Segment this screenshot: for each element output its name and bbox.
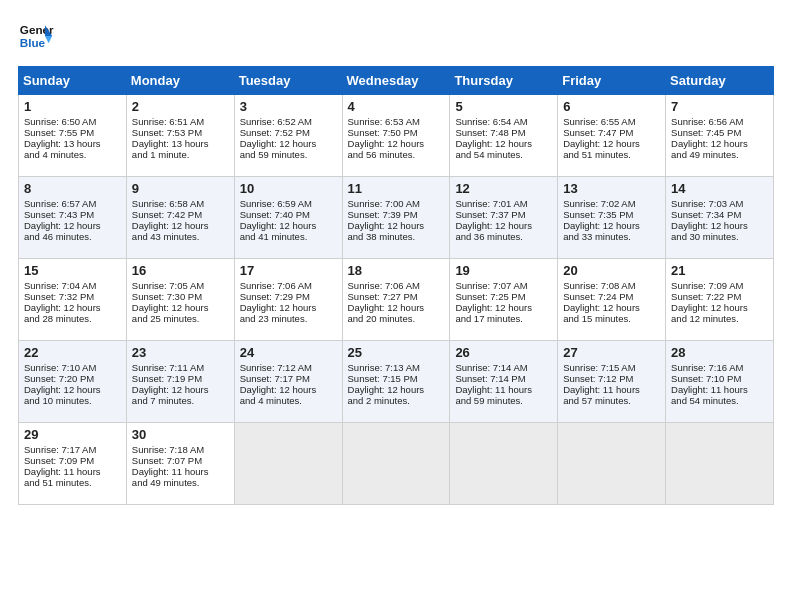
svg-marker-3	[45, 36, 52, 43]
day-info-line: and 25 minutes.	[132, 313, 229, 324]
day-number: 2	[132, 99, 229, 114]
day-info-line: Sunrise: 7:08 AM	[563, 280, 660, 291]
day-info-line: and 46 minutes.	[24, 231, 121, 242]
calendar-cell: 15Sunrise: 7:04 AMSunset: 7:32 PMDayligh…	[19, 259, 127, 341]
day-info-line: Sunrise: 7:04 AM	[24, 280, 121, 291]
calendar-cell: 22Sunrise: 7:10 AMSunset: 7:20 PMDayligh…	[19, 341, 127, 423]
day-info-line: Daylight: 12 hours	[563, 302, 660, 313]
day-info-line: and 54 minutes.	[671, 395, 768, 406]
day-info-line: and 28 minutes.	[24, 313, 121, 324]
day-info-line: Sunrise: 6:51 AM	[132, 116, 229, 127]
day-info-line: Sunset: 7:22 PM	[671, 291, 768, 302]
calendar-cell: 6Sunrise: 6:55 AMSunset: 7:47 PMDaylight…	[558, 95, 666, 177]
day-info-line: Daylight: 12 hours	[671, 138, 768, 149]
calendar-cell: 9Sunrise: 6:58 AMSunset: 7:42 PMDaylight…	[126, 177, 234, 259]
day-number: 20	[563, 263, 660, 278]
calendar-cell: 1Sunrise: 6:50 AMSunset: 7:55 PMDaylight…	[19, 95, 127, 177]
day-number: 4	[348, 99, 445, 114]
day-info-line: Sunrise: 7:18 AM	[132, 444, 229, 455]
day-info-line: and 33 minutes.	[563, 231, 660, 242]
day-info-line: and 43 minutes.	[132, 231, 229, 242]
day-info-line: Sunrise: 7:11 AM	[132, 362, 229, 373]
day-info-line: and 51 minutes.	[563, 149, 660, 160]
day-info-line: Daylight: 12 hours	[240, 384, 337, 395]
day-info-line: Sunrise: 6:53 AM	[348, 116, 445, 127]
weekday-header: Wednesday	[342, 67, 450, 95]
day-info-line: and 59 minutes.	[240, 149, 337, 160]
calendar-cell: 4Sunrise: 6:53 AMSunset: 7:50 PMDaylight…	[342, 95, 450, 177]
day-info-line: Sunrise: 7:15 AM	[563, 362, 660, 373]
calendar-cell: 21Sunrise: 7:09 AMSunset: 7:22 PMDayligh…	[666, 259, 774, 341]
day-info-line: and 1 minute.	[132, 149, 229, 160]
weekday-header-row: SundayMondayTuesdayWednesdayThursdayFrid…	[19, 67, 774, 95]
day-info-line: Daylight: 12 hours	[671, 302, 768, 313]
day-info-line: Sunset: 7:25 PM	[455, 291, 552, 302]
day-info-line: Daylight: 12 hours	[455, 302, 552, 313]
calendar-cell: 10Sunrise: 6:59 AMSunset: 7:40 PMDayligh…	[234, 177, 342, 259]
day-info-line: Sunset: 7:14 PM	[455, 373, 552, 384]
day-number: 26	[455, 345, 552, 360]
calendar-cell: 16Sunrise: 7:05 AMSunset: 7:30 PMDayligh…	[126, 259, 234, 341]
calendar-cell: 25Sunrise: 7:13 AMSunset: 7:15 PMDayligh…	[342, 341, 450, 423]
day-info-line: Sunset: 7:12 PM	[563, 373, 660, 384]
day-info-line: Daylight: 12 hours	[132, 220, 229, 231]
day-info-line: Daylight: 13 hours	[24, 138, 121, 149]
day-number: 13	[563, 181, 660, 196]
day-number: 18	[348, 263, 445, 278]
day-info-line: Daylight: 12 hours	[240, 138, 337, 149]
day-number: 22	[24, 345, 121, 360]
weekday-header: Friday	[558, 67, 666, 95]
day-info-line: Sunset: 7:10 PM	[671, 373, 768, 384]
day-info-line: Sunset: 7:30 PM	[132, 291, 229, 302]
day-info-line: Sunrise: 6:57 AM	[24, 198, 121, 209]
day-info-line: and 57 minutes.	[563, 395, 660, 406]
calendar-week-row: 22Sunrise: 7:10 AMSunset: 7:20 PMDayligh…	[19, 341, 774, 423]
weekday-header: Sunday	[19, 67, 127, 95]
day-number: 14	[671, 181, 768, 196]
day-info-line: Sunrise: 7:07 AM	[455, 280, 552, 291]
day-info-line: Sunset: 7:29 PM	[240, 291, 337, 302]
calendar-week-row: 1Sunrise: 6:50 AMSunset: 7:55 PMDaylight…	[19, 95, 774, 177]
calendar-cell: 3Sunrise: 6:52 AMSunset: 7:52 PMDaylight…	[234, 95, 342, 177]
day-info-line: and 12 minutes.	[671, 313, 768, 324]
day-number: 27	[563, 345, 660, 360]
calendar-cell: 14Sunrise: 7:03 AMSunset: 7:34 PMDayligh…	[666, 177, 774, 259]
day-info-line: Daylight: 12 hours	[240, 302, 337, 313]
day-info-line: Daylight: 11 hours	[563, 384, 660, 395]
day-info-line: Sunrise: 7:09 AM	[671, 280, 768, 291]
day-number: 21	[671, 263, 768, 278]
calendar-cell: 30Sunrise: 7:18 AMSunset: 7:07 PMDayligh…	[126, 423, 234, 505]
day-info-line: Daylight: 12 hours	[24, 302, 121, 313]
day-info-line: and 49 minutes.	[132, 477, 229, 488]
day-info-line: Sunset: 7:47 PM	[563, 127, 660, 138]
day-info-line: Daylight: 11 hours	[24, 466, 121, 477]
day-info-line: Sunset: 7:09 PM	[24, 455, 121, 466]
day-info-line: Sunset: 7:53 PM	[132, 127, 229, 138]
day-info-line: and 54 minutes.	[455, 149, 552, 160]
day-info-line: and 51 minutes.	[24, 477, 121, 488]
day-number: 19	[455, 263, 552, 278]
day-info-line: Sunset: 7:52 PM	[240, 127, 337, 138]
day-number: 16	[132, 263, 229, 278]
day-number: 23	[132, 345, 229, 360]
day-info-line: Daylight: 12 hours	[24, 384, 121, 395]
day-info-line: Daylight: 12 hours	[132, 384, 229, 395]
day-info-line: and 59 minutes.	[455, 395, 552, 406]
calendar-cell: 23Sunrise: 7:11 AMSunset: 7:19 PMDayligh…	[126, 341, 234, 423]
day-info-line: Sunset: 7:42 PM	[132, 209, 229, 220]
day-info-line: Sunrise: 6:54 AM	[455, 116, 552, 127]
calendar-cell	[558, 423, 666, 505]
day-info-line: Sunrise: 7:05 AM	[132, 280, 229, 291]
day-number: 9	[132, 181, 229, 196]
weekday-header: Tuesday	[234, 67, 342, 95]
calendar-cell	[450, 423, 558, 505]
calendar-cell: 26Sunrise: 7:14 AMSunset: 7:14 PMDayligh…	[450, 341, 558, 423]
day-info-line: Sunset: 7:55 PM	[24, 127, 121, 138]
day-info-line: Sunset: 7:19 PM	[132, 373, 229, 384]
day-info-line: and 10 minutes.	[24, 395, 121, 406]
calendar-cell	[666, 423, 774, 505]
calendar-table: SundayMondayTuesdayWednesdayThursdayFrid…	[18, 66, 774, 505]
day-info-line: Sunset: 7:15 PM	[348, 373, 445, 384]
day-info-line: Sunset: 7:20 PM	[24, 373, 121, 384]
day-info-line: Sunset: 7:32 PM	[24, 291, 121, 302]
